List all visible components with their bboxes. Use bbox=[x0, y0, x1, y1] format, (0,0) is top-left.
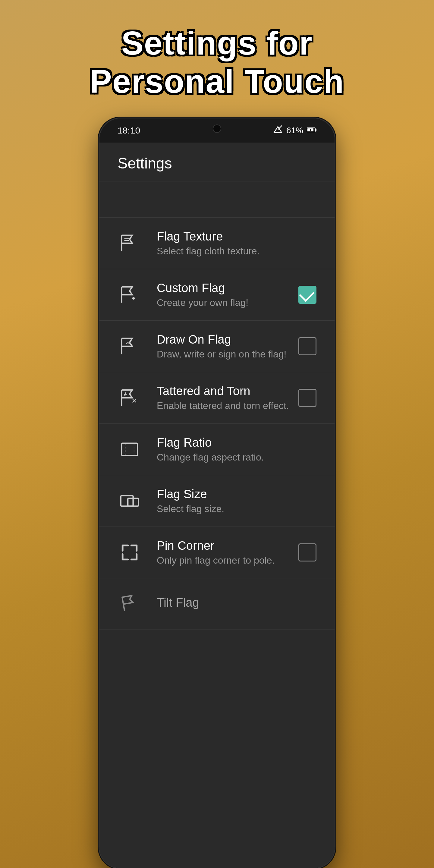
settings-item-tattered[interactable]: ✕ Tattered and Torn Enable tattered and … bbox=[99, 372, 335, 424]
battery-icon bbox=[307, 127, 316, 134]
settings-item-flag-texture[interactable]: Flag Texture Select flag cloth texture. bbox=[99, 218, 335, 269]
draw-flag-text: Draw On Flag Draw, write or sign on the … bbox=[157, 333, 289, 360]
svg-rect-2 bbox=[315, 129, 316, 131]
settings-item-custom-flag[interactable]: Custom Flag Create your own flag! bbox=[99, 269, 335, 321]
status-icons: 61% bbox=[273, 125, 316, 136]
flag-size-title: Flag Size bbox=[157, 487, 316, 501]
pin-corner-icon bbox=[118, 540, 142, 564]
custom-flag-icon bbox=[118, 283, 142, 307]
custom-flag-checkbox[interactable] bbox=[299, 286, 316, 304]
custom-flag-title: Custom Flag bbox=[157, 281, 289, 295]
tattered-checkbox[interactable] bbox=[299, 389, 316, 407]
tattered-text: Tattered and Torn Enable tattered and to… bbox=[157, 384, 289, 411]
status-time: 18:10 bbox=[118, 125, 140, 135]
phone-frame: 18:10 61% bbox=[99, 119, 335, 868]
flag-ratio-title: Flag Ratio bbox=[157, 436, 316, 450]
draw-flag-title: Draw On Flag bbox=[157, 333, 289, 346]
settings-list: Flag Texture Select flag cloth texture. … bbox=[99, 218, 335, 629]
camera-notch bbox=[213, 124, 221, 133]
tattered-control[interactable] bbox=[299, 389, 316, 407]
settings-item-tilt-flag[interactable]: Tilt Flag bbox=[99, 578, 335, 629]
custom-flag-control[interactable] bbox=[299, 286, 316, 304]
draw-flag-subtitle: Draw, write or sign on the flag! bbox=[157, 349, 289, 360]
tattered-title: Tattered and Torn bbox=[157, 384, 289, 398]
tilt-flag-icon bbox=[118, 592, 142, 616]
draw-flag-checkbox[interactable] bbox=[299, 337, 316, 355]
pin-corner-subtitle: Only pin flag corner to pole. bbox=[157, 555, 289, 566]
wifi-icon bbox=[273, 125, 283, 136]
settings-item-draw-on-flag[interactable]: Draw On Flag Draw, write or sign on the … bbox=[99, 321, 335, 372]
pin-corner-title: Pin Corner bbox=[157, 539, 289, 553]
flag-ratio-text: Flag Ratio Change flag aspect ratio. bbox=[157, 436, 316, 463]
battery-text: 61% bbox=[286, 126, 303, 135]
svg-rect-10 bbox=[121, 496, 133, 506]
tilt-flag-title: Tilt Flag bbox=[157, 596, 316, 610]
draw-flag-icon bbox=[118, 334, 142, 358]
flag-size-subtitle: Select flag size. bbox=[157, 503, 316, 515]
status-bar: 18:10 61% bbox=[99, 119, 335, 143]
settings-item-flag-ratio[interactable]: Flag Ratio Change flag aspect ratio. bbox=[99, 424, 335, 475]
settings-item-pin-corner[interactable]: Pin Corner Only pin flag corner to pole. bbox=[99, 527, 335, 578]
phone-screen: Settings Flag Texture Select flag cloth … bbox=[99, 143, 335, 868]
svg-rect-9 bbox=[122, 443, 138, 456]
custom-flag-text: Custom Flag Create your own flag! bbox=[157, 281, 289, 308]
page-title: Settings for Personal Touch bbox=[30, 24, 404, 100]
flag-size-text: Flag Size Select flag size. bbox=[157, 487, 316, 515]
tattered-icon: ✕ bbox=[118, 386, 142, 410]
flag-texture-title: Flag Texture bbox=[157, 230, 316, 243]
pin-corner-text: Pin Corner Only pin flag corner to pole. bbox=[157, 539, 289, 566]
empty-section bbox=[99, 181, 335, 218]
flag-texture-text: Flag Texture Select flag cloth texture. bbox=[157, 230, 316, 257]
screen-title: Settings bbox=[118, 155, 172, 172]
svg-text:✕: ✕ bbox=[131, 397, 137, 405]
page-header: Settings for Personal Touch bbox=[0, 0, 434, 119]
tilt-flag-text: Tilt Flag bbox=[157, 596, 316, 612]
flag-texture-icon bbox=[118, 231, 142, 255]
pin-corner-control[interactable] bbox=[299, 544, 316, 561]
flag-ratio-subtitle: Change flag aspect ratio. bbox=[157, 452, 316, 463]
settings-item-flag-size[interactable]: Flag Size Select flag size. bbox=[99, 475, 335, 527]
draw-flag-control[interactable] bbox=[299, 337, 316, 355]
size-icon bbox=[118, 489, 142, 513]
ratio-icon bbox=[118, 437, 142, 461]
tattered-subtitle: Enable tattered and torn effect. bbox=[157, 400, 289, 411]
pin-corner-checkbox[interactable] bbox=[299, 544, 316, 561]
flag-texture-subtitle: Select flag cloth texture. bbox=[157, 246, 316, 257]
custom-flag-subtitle: Create your own flag! bbox=[157, 297, 289, 308]
app-bar: Settings bbox=[99, 143, 335, 181]
